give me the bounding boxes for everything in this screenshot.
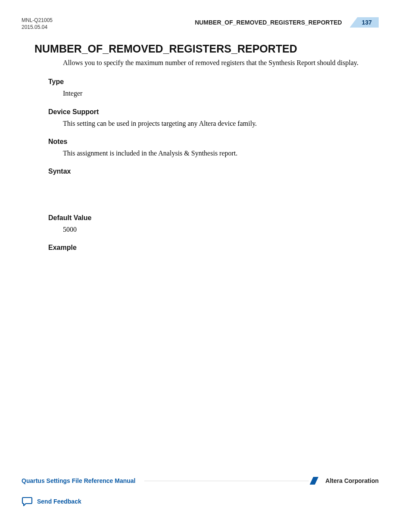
page-number-badge: 137 (350, 17, 379, 28)
intro-paragraph: Allows you to specify the maximum number… (63, 58, 361, 68)
section-body-type: Integer (63, 88, 379, 98)
page-footer: Quartus Settings File Reference Manual A… (22, 477, 379, 506)
doc-id: MNL-Q21005 (22, 17, 53, 24)
section-body-notes: This assignment is included in the Analy… (63, 148, 379, 158)
section-head-syntax: Syntax (48, 168, 379, 175)
section-head-type: Type (48, 78, 379, 86)
doc-date: 2015.05.04 (22, 24, 53, 31)
section-syntax: Syntax (48, 168, 379, 175)
section-notes: Notes This assignment is included in the… (48, 138, 379, 158)
footer-line (144, 481, 309, 481)
section-example: Example (48, 244, 379, 252)
section-head-notes: Notes (48, 138, 379, 146)
page-header: MNL-Q21005 2015.05.04 NUMBER_OF_REMOVED_… (22, 17, 379, 31)
page-title: NUMBER_OF_REMOVED_REGISTERS_REPORTED (34, 43, 379, 55)
doc-id-block: MNL-Q21005 2015.05.04 (22, 17, 53, 31)
section-body-device-support: This setting can be used in projects tar… (63, 118, 379, 128)
manual-title-link[interactable]: Quartus Settings File Reference Manual (22, 477, 136, 484)
section-device-support: Device Support This setting can be used … (48, 108, 379, 128)
header-right: NUMBER_OF_REMOVED_REGISTERS_REPORTED 137 (195, 17, 379, 28)
footer-bar: Quartus Settings File Reference Manual A… (22, 477, 379, 485)
send-feedback-link[interactable]: Send Feedback (22, 497, 379, 506)
section-default-value: Default Value 5000 (48, 214, 379, 234)
send-feedback-label: Send Feedback (37, 498, 81, 505)
section-head-device-support: Device Support (48, 108, 379, 116)
section-body-default-value: 5000 (63, 224, 379, 234)
section-head-default-value: Default Value (48, 214, 379, 222)
running-title: NUMBER_OF_REMOVED_REGISTERS_REPORTED (195, 19, 342, 26)
footer-divider (144, 477, 317, 485)
footer-slash-icon (310, 477, 318, 485)
speech-bubble-icon (22, 497, 33, 506)
company-name: Altera Corporation (325, 477, 379, 484)
section-type: Type Integer (48, 78, 379, 98)
section-head-example: Example (48, 244, 379, 252)
